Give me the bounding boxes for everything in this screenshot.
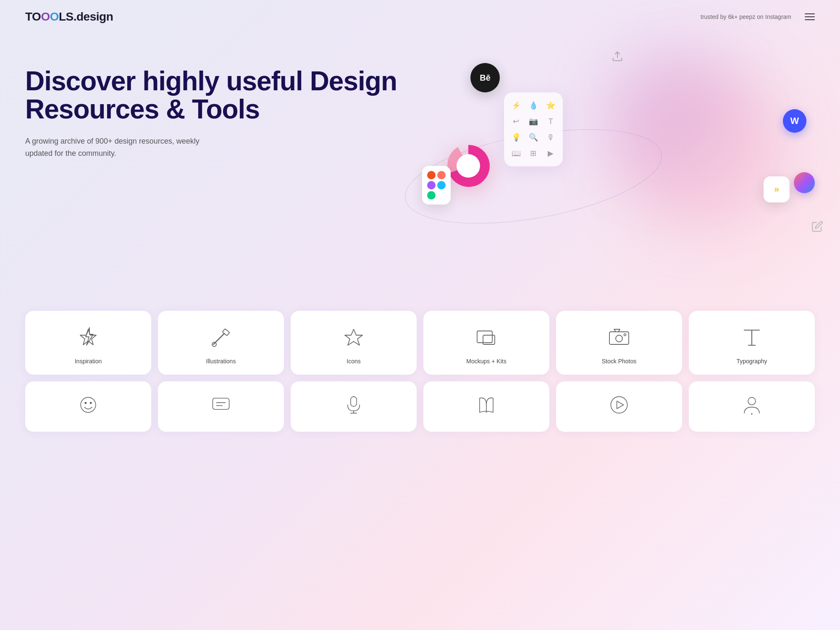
grid-icon-10: 📖 [512, 149, 521, 158]
webflow-badge[interactable]: W [783, 109, 806, 133]
figma-dot-purple [427, 181, 436, 189]
svg-point-1 [457, 154, 480, 178]
figma-dot-blue [437, 181, 446, 189]
svg-marker-24 [617, 401, 624, 409]
miro-badge[interactable]: » [764, 176, 790, 202]
grid-icon-4: ↩ [513, 117, 519, 126]
category-card-stock-photos[interactable]: Stock Photos [556, 311, 682, 375]
miro-label: » [774, 184, 779, 195]
svg-point-9 [624, 334, 626, 336]
inspiration-label: Inspiration [75, 358, 102, 365]
webflow-label: W [790, 116, 799, 126]
svg-point-13 [81, 397, 96, 412]
grid-icon-1: ⚡ [512, 101, 521, 110]
figma-dot-green [427, 191, 436, 200]
play-icon [607, 393, 631, 417]
hero-section: Discover highly useful Design Resources … [0, 34, 840, 302]
mic-icon [342, 393, 365, 417]
grid-icon-11: ⊞ [530, 149, 536, 158]
pie-chart [445, 143, 491, 191]
smiley-icon [76, 393, 100, 417]
grid-icon-2: 💧 [529, 101, 538, 110]
categories-section: Inspiration Illustrations Icons [0, 302, 840, 457]
comment-icon [209, 393, 233, 417]
icons-grid-card: ⚡ 💧 ⭐ ↩ 📷 T 💡 🔍 🎙 📖 ⊞ ▶ [504, 92, 563, 166]
figma-dot-red [437, 171, 446, 179]
svg-rect-6 [477, 331, 492, 343]
svg-rect-16 [213, 398, 229, 410]
svg-point-15 [90, 402, 92, 404]
nav-right: trusted by 6k+ peepz on Instagram [701, 13, 815, 20]
figma-badge[interactable] [422, 166, 451, 205]
svg-point-23 [611, 396, 627, 413]
trust-text: trusted by 6k+ peepz on Instagram [701, 13, 791, 20]
category-card-person[interactable] [689, 381, 815, 432]
category-card-play[interactable] [556, 381, 682, 432]
category-card-mockups[interactable]: Mockups + Kits [423, 311, 549, 375]
hero-text: Discover highly useful Design Resources … [25, 50, 420, 160]
categories-grid-row2 [25, 381, 815, 432]
navbar: TOOOLS.design trusted by 6k+ peepz on In… [0, 0, 840, 34]
inspiration-icon [75, 324, 102, 351]
category-card-icons[interactable]: Icons [291, 311, 417, 375]
stock-photos-icon [606, 324, 633, 351]
figma-dot-empty [437, 191, 446, 200]
hero-subtitle: A growing archive of 900+ design resourc… [25, 135, 202, 160]
figma-dots [427, 171, 446, 200]
categories-grid-row1: Inspiration Illustrations Icons [25, 311, 815, 375]
category-card-book[interactable] [423, 381, 549, 432]
category-card-comment[interactable] [158, 381, 284, 432]
category-card-typography[interactable]: Typography [689, 311, 815, 375]
grid-icon-9: 🎙 [547, 133, 554, 142]
grid-icon-3: ⭐ [546, 101, 555, 110]
behance-label: Bē [480, 73, 491, 83]
illustrations-icon [207, 324, 234, 351]
svg-marker-5 [345, 329, 362, 345]
half-circle-badge [794, 172, 815, 193]
site-logo[interactable]: TOOOLS.design [25, 10, 113, 24]
behance-badge[interactable]: Bē [470, 63, 500, 92]
figma-dot-orange [427, 171, 436, 179]
mockups-icon [473, 324, 500, 351]
stock-photos-label: Stock Photos [602, 358, 637, 365]
hero-title: Discover highly useful Design Resources … [25, 67, 420, 123]
category-card-smiley[interactable] [25, 381, 151, 432]
category-card-mic[interactable] [291, 381, 417, 432]
svg-rect-19 [351, 396, 357, 406]
icons-label: Icons [346, 358, 360, 365]
category-card-illustrations[interactable]: Illustrations [158, 311, 284, 375]
grid-icon-5: 📷 [529, 117, 538, 126]
grid-icon-6: T [549, 117, 553, 126]
grid-icon-7: 💡 [512, 133, 521, 142]
icons-icon [340, 324, 367, 351]
typography-label: Typography [736, 358, 767, 365]
hamburger-menu[interactable] [805, 13, 815, 20]
hero-illustration: Bē ⚡ 💧 ⭐ ↩ 📷 T 💡 🔍 🎙 📖 ⊞ ▶ [420, 50, 815, 269]
grid-icon-12: ▶ [548, 149, 554, 158]
svg-point-26 [751, 414, 752, 415]
mockups-label: Mockups + Kits [466, 358, 506, 365]
person-icon [740, 393, 764, 417]
typography-icon [738, 324, 765, 351]
grid-icon-8: 🔍 [529, 133, 538, 142]
unsplash-icon [612, 50, 623, 65]
svg-point-25 [748, 397, 756, 405]
category-card-inspiration[interactable]: Inspiration [25, 311, 151, 375]
svg-point-14 [85, 402, 87, 404]
svg-point-8 [616, 335, 622, 342]
book-icon [475, 393, 498, 417]
illustrations-label: Illustrations [206, 358, 236, 365]
edit-icon [811, 220, 823, 235]
